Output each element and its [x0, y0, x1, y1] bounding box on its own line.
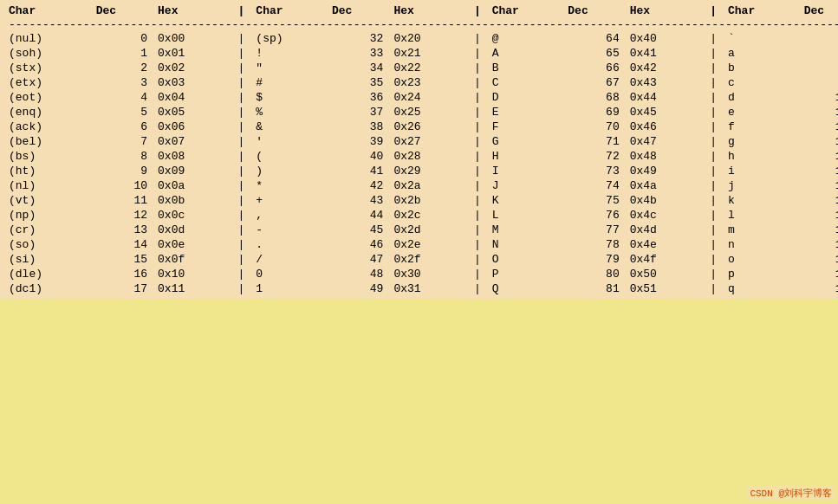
table-cell: C — [489, 75, 565, 90]
table-cell: o — [724, 252, 801, 267]
column-separator: | — [231, 105, 253, 120]
table-row: (ack)60x06|&380x26|F700x46|f1020x66 — [5, 120, 838, 134]
table-cell: i — [724, 164, 801, 178]
table-cell: g — [724, 134, 801, 149]
table-cell: 4 — [93, 90, 154, 105]
table-cell: 79 — [564, 252, 626, 267]
table-cell: 0x05 — [154, 105, 231, 120]
column-separator: | — [466, 46, 489, 61]
table-cell: F — [489, 120, 565, 134]
table-cell: " — [252, 61, 328, 75]
table-cell: 17 — [93, 281, 154, 296]
table-cell: j — [724, 178, 801, 193]
table-cell: + — [252, 193, 328, 208]
column-separator: | — [231, 31, 253, 46]
column-separator: | — [466, 90, 489, 105]
table-cell: (cr) — [5, 223, 93, 237]
table-cell: & — [252, 120, 328, 134]
table-cell: 103 — [801, 134, 838, 149]
column-separator: | — [231, 149, 253, 164]
table-cell: 100 — [801, 90, 838, 105]
table-cell: c — [724, 75, 801, 90]
column-separator: | — [702, 46, 724, 61]
table-cell: ( — [252, 149, 328, 164]
table-cell: (etx) — [5, 75, 93, 90]
table-cell: 0x40 — [627, 31, 703, 46]
table-cell: 111 — [801, 252, 838, 267]
table-cell: (enq) — [5, 105, 93, 120]
table-cell: 0x23 — [390, 75, 466, 90]
table-cell: 0x51 — [627, 281, 703, 296]
table-cell: G — [489, 134, 565, 149]
table-cell: 99 — [801, 75, 838, 90]
table-row: (vt)110x0b|+430x2b|K750x4b|k1070x6b — [5, 193, 838, 208]
column-separator: | — [702, 237, 724, 252]
column-separator: | — [702, 120, 724, 134]
table-cell: 0x50 — [627, 267, 703, 281]
header-char3: Char — [489, 3, 565, 18]
column-separator: | — [702, 61, 724, 75]
table-cell: 0x47 — [627, 134, 703, 149]
table-cell: 102 — [801, 120, 838, 134]
table-cell: (so) — [5, 237, 93, 252]
table-divider: ----------------------------------------… — [5, 18, 838, 31]
table-cell: f — [724, 120, 801, 134]
table-cell: E — [489, 105, 565, 120]
table-cell: (ht) — [5, 164, 93, 178]
table-cell: (sp) — [252, 31, 328, 46]
table-cell: k — [724, 193, 801, 208]
column-separator: | — [466, 208, 489, 223]
table-cell: 0x0a — [154, 178, 231, 193]
table-cell: 6 — [93, 120, 154, 134]
table-cell: (bs) — [5, 149, 93, 164]
table-cell: (nul) — [5, 31, 93, 46]
table-cell: (dle) — [5, 267, 93, 281]
table-cell: Q — [489, 281, 565, 296]
table-cell: 37 — [328, 105, 390, 120]
column-separator: | — [466, 193, 489, 208]
table-cell: 13 — [93, 223, 154, 237]
table-cell: e — [724, 105, 801, 120]
column-separator: | — [231, 223, 253, 237]
header-dec4: Dec — [801, 3, 838, 18]
table-row: (dle)160x10|0480x30|P800x50|p1120x70 — [5, 267, 838, 281]
table-cell: 41 — [328, 164, 390, 178]
table-cell: 75 — [564, 193, 626, 208]
table-cell: 0x27 — [390, 134, 466, 149]
table-cell: J — [489, 178, 565, 193]
header-hex1: Hex — [154, 3, 231, 18]
column-separator: | — [466, 105, 489, 120]
table-cell: 35 — [328, 75, 390, 90]
column-separator: | — [702, 134, 724, 149]
table-cell: H — [489, 149, 565, 164]
table-cell: (eot) — [5, 90, 93, 105]
column-separator: | — [231, 267, 253, 281]
ascii-table-container: Char Dec Hex | Char Dec Hex | Char Dec H… — [0, 0, 838, 300]
table-cell: 0x46 — [627, 120, 703, 134]
table-cell: 0x4c — [627, 208, 703, 223]
table-cell: (si) — [5, 252, 93, 267]
column-separator: | — [466, 237, 489, 252]
table-cell: 0x48 — [627, 149, 703, 164]
table-cell: (bel) — [5, 134, 93, 149]
table-cell: 0x31 — [390, 281, 466, 296]
table-cell: 0x21 — [390, 46, 466, 61]
table-cell: 0x42 — [627, 61, 703, 75]
table-cell: 15 — [93, 252, 154, 267]
table-cell: / — [252, 252, 328, 267]
table-cell: 8 — [93, 149, 154, 164]
table-cell: 0x09 — [154, 164, 231, 178]
column-separator: | — [231, 90, 253, 105]
table-row: (dc1)170x11|1490x31|Q810x51|q1130x71 — [5, 281, 838, 296]
column-separator: | — [231, 120, 253, 134]
column-separator: | — [231, 75, 253, 90]
separator2: | — [466, 3, 489, 18]
column-separator: | — [231, 281, 253, 296]
table-cell: (stx) — [5, 61, 93, 75]
table-cell: 0x22 — [390, 61, 466, 75]
table-cell: 0x01 — [154, 46, 231, 61]
ascii-table: Char Dec Hex | Char Dec Hex | Char Dec H… — [5, 3, 838, 296]
table-cell: 47 — [328, 252, 390, 267]
table-cell: 44 — [328, 208, 390, 223]
column-separator: | — [231, 164, 253, 178]
